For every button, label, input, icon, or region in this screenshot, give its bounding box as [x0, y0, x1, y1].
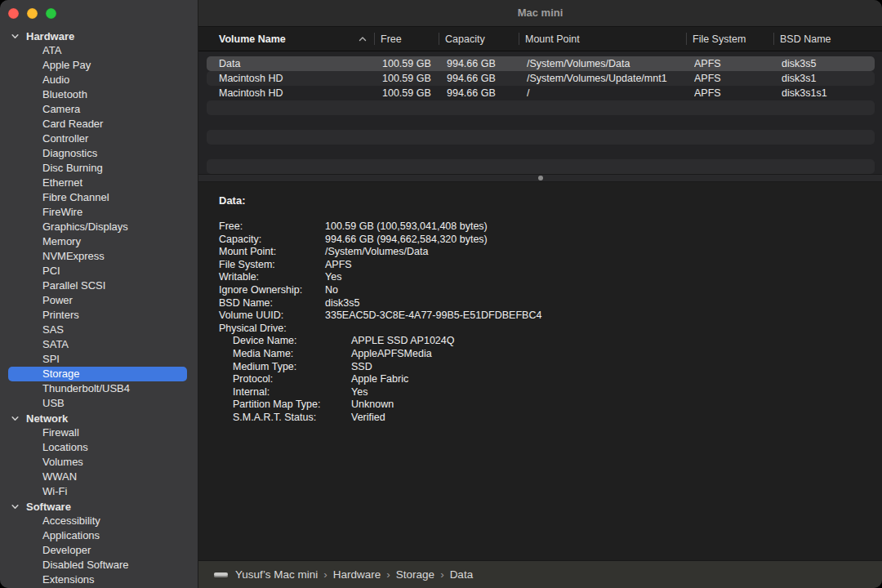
titlebar[interactable]: Mac mini: [198, 0, 882, 27]
sidebar-item-memory[interactable]: Memory: [8, 234, 187, 249]
column-divider: [439, 33, 439, 45]
detail-row-capacity: Capacity:994.66 GB (994,662,584,320 byte…: [219, 234, 874, 247]
column-header-mount-point[interactable]: Mount Point: [519, 27, 686, 51]
sidebar-item-printers[interactable]: Printers: [8, 308, 187, 323]
detail-row-ignore-ownership: Ignore Ownership:No: [219, 284, 874, 297]
sidebar-item-disabled-software[interactable]: Disabled Software: [8, 558, 187, 572]
sidebar-item-pci[interactable]: PCI: [8, 264, 187, 278]
sidebar-item-power[interactable]: Power: [8, 293, 187, 308]
detail-row-partition-map-type: Partition Map Type:Unknown: [219, 399, 874, 412]
detail-label: S.M.A.R.T. Status:: [233, 412, 351, 425]
detail-value: APPLE SSD AP1024Q: [351, 335, 454, 348]
sidebar-item-sas[interactable]: SAS: [8, 323, 187, 337]
column-header-label: Mount Point: [525, 33, 580, 45]
cell-bsd-name: disk3s5: [782, 56, 875, 71]
sidebar-item-ethernet[interactable]: Ethernet: [8, 176, 187, 190]
detail-label: Physical Drive:: [219, 323, 325, 336]
cell-volume-name: Data: [219, 56, 382, 71]
sidebar-item-bluetooth[interactable]: Bluetooth: [8, 87, 187, 102]
cell-file-system: APFS: [694, 86, 782, 100]
sidebar-item-disc-burning[interactable]: Disc Burning: [8, 161, 187, 176]
detail-label: Volume UUID:: [219, 310, 325, 323]
column-header-free[interactable]: Free: [374, 27, 439, 51]
window-title: Mac mini: [518, 7, 564, 19]
table-row-empty: [207, 100, 875, 115]
sidebar-item-extensions[interactable]: Extensions: [8, 572, 187, 587]
detail-row-free: Free:100.59 GB (100,593,041,408 bytes): [219, 220, 874, 234]
sidebar-item-nvmexpress[interactable]: NVMExpress: [8, 249, 187, 264]
zoom-button[interactable]: [46, 8, 56, 19]
sidebar-section-label: Software: [26, 501, 71, 513]
sidebar-item-volumes[interactable]: Volumes: [8, 455, 187, 470]
sidebar-item-applications[interactable]: Applications: [8, 528, 187, 543]
sidebar-item-usb[interactable]: USB: [8, 396, 187, 411]
sidebar-item-graphics-displays[interactable]: Graphics/Displays: [8, 220, 187, 234]
sidebar-item-storage[interactable]: Storage: [8, 367, 187, 381]
cell-free: 100.59 GB: [382, 56, 447, 71]
column-header-label: Free: [381, 33, 402, 45]
column-header-file-system[interactable]: File System: [686, 27, 773, 51]
column-header-bsd-name[interactable]: BSD Name: [773, 27, 882, 51]
breadcrumb-segment-storage: Storage: [396, 568, 434, 581]
cell-volume-name: Macintosh HD: [219, 86, 382, 100]
minimize-button[interactable]: [27, 8, 38, 19]
sidebar-item-fibre-channel[interactable]: Fibre Channel: [8, 190, 187, 205]
detail-value: /System/Volumes/Data: [325, 246, 428, 259]
sidebar-section-hardware[interactable]: Hardware: [0, 29, 198, 43]
sidebar-item-accessibility[interactable]: Accessibility: [8, 514, 187, 528]
column-header-volume-name[interactable]: Volume Name: [198, 27, 374, 51]
volume-details: Data: Free:100.59 GB (100,593,041,408 by…: [198, 182, 882, 560]
sidebar-item-controller[interactable]: Controller: [8, 131, 187, 146]
close-button[interactable]: [8, 8, 19, 19]
breadcrumb-separator: ›: [434, 568, 450, 581]
breadcrumb-separator: ›: [318, 568, 333, 581]
sidebar-item-apple-pay[interactable]: Apple Pay: [8, 58, 187, 73]
sidebar-item-parallel-scsi[interactable]: Parallel SCSI: [8, 278, 187, 293]
detail-label: Device Name:: [233, 335, 351, 348]
chevron-down-icon: [11, 502, 20, 511]
sidebar-item-wwan[interactable]: WWAN: [8, 470, 187, 484]
sidebar-item-audio[interactable]: Audio: [8, 73, 187, 87]
sidebar-item-firewire[interactable]: FireWire: [8, 205, 187, 220]
breadcrumb-segment-hardware: Hardware: [333, 568, 381, 581]
detail-label: Protocol:: [233, 373, 351, 386]
sidebar-item-sata[interactable]: SATA: [8, 337, 187, 352]
detail-row-bsd-name: BSD Name:disk3s5: [219, 297, 874, 310]
sidebar-item-thunderbolt-usb4[interactable]: Thunderbolt/USB4: [8, 381, 187, 396]
sidebar-item-card-reader[interactable]: Card Reader: [8, 117, 187, 131]
column-header-capacity[interactable]: Capacity: [439, 27, 519, 51]
mac-mini-icon: [214, 572, 228, 577]
table-row-data-disk3s5[interactable]: Data100.59 GB994.66 GB/System/Volumes/Da…: [207, 56, 875, 71]
sidebar-item-diagnostics[interactable]: Diagnostics: [8, 146, 187, 161]
table-row-macintosh-hd-disk3s1[interactable]: Macintosh HD100.59 GB994.66 GB/System/Vo…: [207, 71, 875, 86]
breadcrumb-segment-yusuf-s-mac-mini: Yusuf’s Mac mini: [235, 568, 318, 581]
detail-label: Ignore Ownership:: [219, 284, 325, 297]
sidebar-section-network[interactable]: Network: [0, 411, 198, 425]
sidebar-item-firewall[interactable]: Firewall: [8, 425, 187, 440]
system-information-window: HardwareATAApple PayAudioBluetoothCamera…: [0, 0, 882, 588]
cell-free: 100.59 GB: [382, 86, 447, 100]
sidebar-section-label: Hardware: [26, 30, 74, 42]
sidebar-section-software[interactable]: Software: [0, 499, 198, 514]
pane-splitter[interactable]: [198, 174, 882, 182]
sidebar-item-developer[interactable]: Developer: [8, 543, 187, 558]
sidebar-item-ata[interactable]: ATA: [8, 43, 187, 58]
cell-file-system: APFS: [694, 56, 782, 71]
detail-value: No: [325, 284, 338, 297]
column-divider: [686, 33, 687, 45]
cell-bsd-name: disk3s1s1: [782, 86, 875, 100]
detail-row-mount-point: Mount Point:/System/Volumes/Data: [219, 246, 874, 259]
sidebar: HardwareATAApple PayAudioBluetoothCamera…: [0, 0, 198, 588]
detail-label: Partition Map Type:: [233, 399, 351, 412]
detail-label: Media Name:: [233, 348, 351, 361]
column-header-label: Volume Name: [219, 33, 286, 45]
sidebar-item-camera[interactable]: Camera: [8, 102, 187, 117]
detail-row-physical-drive: Physical Drive:: [219, 323, 874, 336]
sidebar-item-locations[interactable]: Locations: [8, 440, 187, 455]
table-row-macintosh-hd-disk3s1s1[interactable]: Macintosh HD100.59 GB994.66 GB/APFSdisk3…: [207, 86, 875, 100]
sidebar-item-spi[interactable]: SPI: [8, 352, 187, 367]
detail-label: Writable:: [219, 271, 325, 284]
sidebar-item-wi-fi[interactable]: Wi-Fi: [8, 484, 187, 499]
detail-value: APFS: [325, 259, 352, 272]
cell-volume-name: Macintosh HD: [219, 71, 382, 86]
